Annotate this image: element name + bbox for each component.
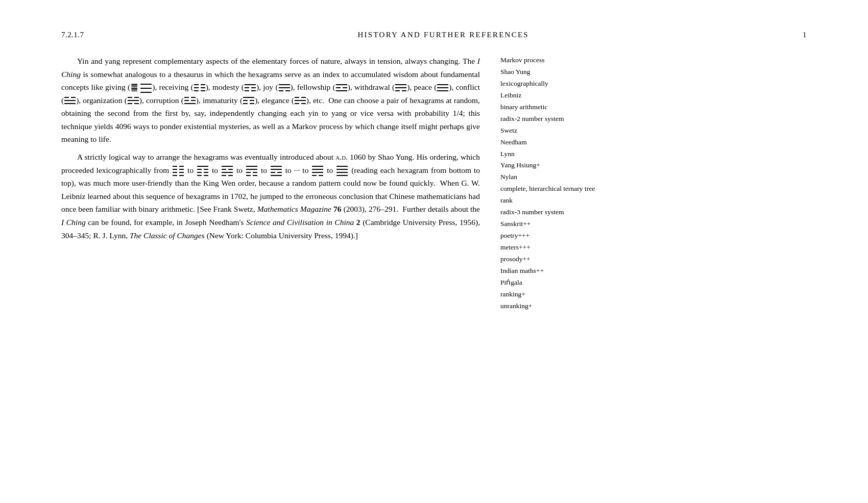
section-number: 7.2.1.7 bbox=[61, 31, 84, 39]
sidebar-item: Sanskrit++ bbox=[500, 218, 807, 230]
sidebar-item: rank bbox=[500, 195, 807, 207]
sidebar-item: Indian maths++ bbox=[500, 265, 807, 277]
content-area: Yin and yang represent complementary asp… bbox=[0, 55, 868, 312]
sidebar-item: unranking+ bbox=[500, 300, 807, 312]
main-text-body: Yin and yang represent complementary asp… bbox=[61, 55, 480, 312]
page-number: 1 bbox=[803, 31, 807, 39]
sidebar-item: radix-3 number system bbox=[500, 207, 807, 218]
sidebar-item: ranking+ bbox=[500, 289, 807, 300]
page-title: HISTORY AND FURTHER REFERENCES bbox=[358, 31, 529, 39]
sidebar-item: poetry+++ bbox=[500, 230, 807, 242]
sidebar-item: Lynn bbox=[500, 148, 807, 160]
paragraph-1: Yin and yang represent complementary asp… bbox=[61, 55, 480, 146]
sidebar-item: Shao Yung bbox=[500, 66, 807, 78]
page-header: 7.2.1.7 HISTORY AND FURTHER REFERENCES 1 bbox=[0, 31, 868, 55]
sidebar-item: Needham bbox=[500, 137, 807, 148]
sidebar-item: Piṅgala bbox=[500, 277, 807, 289]
paragraph-2: A strictly logical way to arrange the he… bbox=[61, 150, 480, 242]
sidebar-item: Nylan bbox=[500, 171, 807, 183]
sidebar-item: prosody++ bbox=[500, 254, 807, 265]
sidebar-item: Yang Hsiung+ bbox=[500, 160, 807, 171]
sidebar-item: Leibniz bbox=[500, 90, 807, 102]
sidebar-item: binary arithmetic bbox=[500, 102, 807, 113]
sidebar-item: meters+++ bbox=[500, 242, 807, 254]
sidebar-item: Markov process bbox=[500, 55, 807, 66]
sidebar-item: Swetz bbox=[500, 125, 807, 137]
page: 7.2.1.7 HISTORY AND FURTHER REFERENCES 1… bbox=[0, 0, 868, 503]
sidebar-item: radix-2 number system bbox=[500, 113, 807, 125]
sidebar-index: Markov process Shao Yung lexicographical… bbox=[500, 55, 807, 312]
sidebar-item: complete, hierarchical ternary tree bbox=[500, 183, 807, 195]
sidebar-item: lexicographically bbox=[500, 78, 807, 90]
